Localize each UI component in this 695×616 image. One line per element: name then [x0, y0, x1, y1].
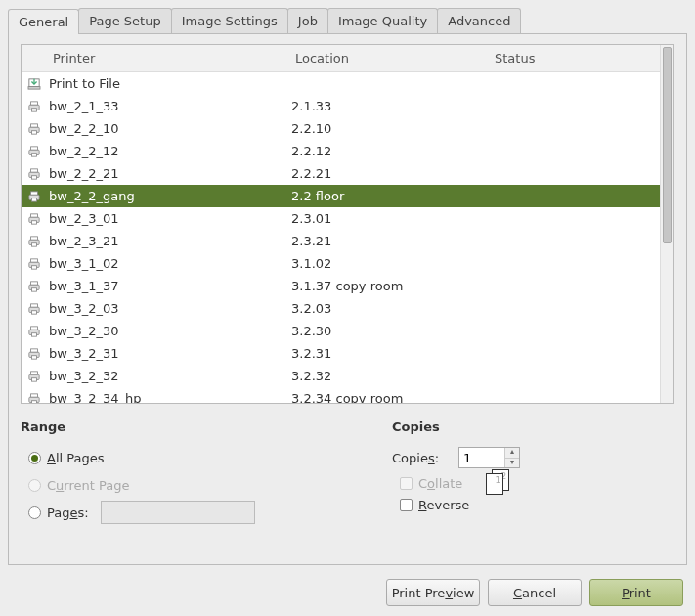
printer-row[interactable]: bw_3_2_303.2.30	[22, 320, 660, 342]
copies-step-down[interactable]: ▾	[505, 458, 519, 467]
printer-icon	[25, 144, 43, 159]
printer-icon	[25, 301, 43, 317]
checkbox-collate-label: Collate	[418, 476, 462, 491]
printer-row[interactable]: bw_3_2_323.2.32	[22, 365, 660, 387]
printer-location: 3.2.32	[285, 369, 485, 383]
printer-icon	[25, 391, 43, 404]
copies-label: Copies:	[392, 451, 439, 465]
printer-name: bw_2_2_21	[43, 166, 285, 181]
printer-row[interactable]: bw_3_2_34_hp3.2.34 copy room	[22, 387, 660, 403]
svg-rect-14	[31, 191, 38, 194]
svg-rect-1	[28, 86, 40, 89]
header-icon-col	[22, 45, 45, 71]
printer-icon	[25, 234, 43, 249]
cancel-button[interactable]: Cancel	[488, 579, 582, 606]
printer-name: bw_3_2_03	[43, 301, 285, 316]
printer-row[interactable]: bw_2_1_332.1.33	[22, 95, 660, 117]
svg-rect-26	[31, 281, 38, 284]
radio-pages[interactable]	[28, 506, 41, 519]
printer-icon	[25, 211, 43, 227]
printer-row[interactable]: bw_3_2_033.2.03	[22, 297, 660, 320]
radio-all-pages-label: All Pages	[47, 451, 105, 465]
tab-general[interactable]: General	[8, 9, 79, 34]
svg-rect-11	[31, 168, 38, 171]
printer-row[interactable]: bw_2_2_122.2.12	[22, 140, 660, 162]
copies-spinbox[interactable]: ▴ ▾	[458, 447, 520, 468]
options-area: Range All Pages Current Page Pages: Copi…	[21, 419, 674, 526]
svg-rect-5	[31, 123, 38, 126]
printer-icon	[25, 256, 43, 272]
printer-row[interactable]: bw_2_2_102.2.10	[22, 117, 660, 140]
printer-row[interactable]: bw_2_3_212.3.21	[22, 230, 660, 252]
print-preview-button[interactable]: Print Preview	[386, 579, 480, 606]
printer-name: bw_2_3_21	[43, 234, 285, 248]
printer-row[interactable]: bw_2_2_gang2.2 floor	[22, 185, 660, 207]
svg-rect-34	[31, 332, 36, 335]
printer-row[interactable]: bw_3_1_373.1.37 copy room	[22, 275, 660, 297]
printer-name: bw_2_2_gang	[43, 189, 285, 203]
range-group: Range All Pages Current Page Pages:	[21, 419, 353, 526]
printer-icon	[25, 166, 43, 182]
checkbox-reverse[interactable]	[400, 499, 413, 511]
printer-list-headers: Printer Location Status	[22, 45, 660, 72]
printer-location: 2.2.12	[285, 144, 485, 158]
printer-row[interactable]: bw_3_2_313.2.31	[22, 342, 660, 365]
printer-location: 3.1.02	[285, 256, 485, 271]
tab-image-settings[interactable]: Image Settings	[171, 8, 288, 33]
copies-step-up[interactable]: ▴	[505, 448, 519, 458]
svg-rect-37	[31, 355, 36, 358]
printer-location: 2.3.01	[285, 211, 485, 226]
pages-input[interactable]	[101, 501, 255, 524]
copies-input[interactable]	[459, 448, 504, 467]
printer-icon	[25, 76, 43, 92]
svg-rect-38	[31, 371, 38, 374]
printer-icon	[25, 189, 43, 204]
scrollbar-thumb[interactable]	[663, 47, 672, 243]
printer-location: 2.1.33	[285, 99, 485, 113]
tab-page-setup[interactable]: Page Setup	[78, 8, 171, 33]
svg-rect-16	[31, 198, 36, 200]
printer-location: 3.2.03	[285, 301, 485, 316]
range-pages-row[interactable]: Pages:	[21, 499, 353, 526]
printer-list-scrollbar[interactable]	[660, 45, 673, 403]
printer-location: 3.1.37 copy room	[285, 279, 485, 293]
printer-location: 3.2.31	[285, 346, 485, 361]
range-all-pages-row[interactable]: All Pages	[21, 444, 353, 471]
printer-row[interactable]: Print to File	[22, 72, 660, 95]
svg-rect-17	[31, 213, 38, 216]
tab-job[interactable]: Job	[287, 8, 328, 33]
tab-image-quality[interactable]: Image Quality	[327, 8, 438, 33]
printer-row[interactable]: bw_2_3_012.3.01	[22, 207, 660, 230]
printer-name: bw_2_2_12	[43, 144, 285, 158]
printer-row[interactable]: bw_3_1_023.1.02	[22, 252, 660, 275]
copies-row: Copies: ▴ ▾	[392, 444, 674, 471]
header-printer[interactable]: Printer	[45, 45, 287, 71]
svg-rect-22	[31, 242, 36, 245]
svg-rect-28	[31, 287, 36, 290]
printer-icon	[25, 99, 43, 114]
copies-group: Copies Copies: ▴ ▾ Collate 21	[392, 419, 674, 526]
printer-name: bw_3_1_02	[43, 256, 285, 271]
svg-rect-43	[31, 400, 36, 403]
printer-name: bw_2_3_01	[43, 211, 285, 226]
printer-icon	[25, 369, 43, 384]
printer-name: bw_3_1_37	[43, 279, 285, 293]
dialog-buttons: Print Preview Cancel Print	[0, 573, 695, 616]
header-location[interactable]: Location	[287, 45, 487, 71]
printer-location: 2.3.21	[285, 234, 485, 248]
printer-list[interactable]: Printer Location Status Print to Filebw_…	[22, 45, 660, 403]
svg-rect-8	[31, 146, 38, 149]
printer-location: 2.2.10	[285, 121, 485, 136]
printer-name: bw_3_2_34_hp	[43, 391, 285, 403]
radio-all-pages[interactable]	[28, 452, 41, 464]
print-button[interactable]: Print	[589, 579, 683, 606]
svg-rect-32	[31, 326, 38, 329]
printer-location: 3.2.34 copy room	[285, 391, 485, 403]
header-status[interactable]: Status	[487, 45, 660, 71]
printer-icon	[25, 121, 43, 137]
printer-row[interactable]: bw_2_2_212.2.21	[22, 162, 660, 185]
radio-current-page	[28, 479, 41, 492]
reverse-row[interactable]: Reverse	[392, 491, 674, 518]
tab-advanced[interactable]: Advanced	[437, 8, 521, 33]
svg-rect-23	[31, 258, 38, 261]
